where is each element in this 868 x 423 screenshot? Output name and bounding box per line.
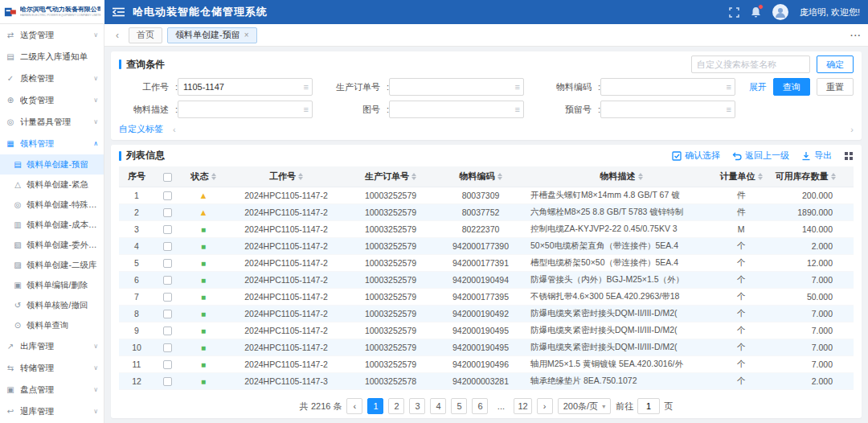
reserve-no-input[interactable] (600, 101, 735, 118)
back-upper-level-button[interactable]: 返回上一级 (732, 150, 789, 162)
sort-icon[interactable] (411, 173, 416, 180)
sort-icon[interactable] (497, 173, 502, 180)
sidebar-item-measuring-tools[interactable]: ◎计量器具管理∨ (0, 111, 104, 133)
select-all-checkbox[interactable] (163, 173, 172, 182)
custom-tag-link[interactable]: 自定义标签 (119, 123, 163, 135)
picker-icon[interactable]: ≡ (515, 105, 520, 114)
col-production-order[interactable]: 生产订单号 (346, 166, 436, 187)
chevron-down-icon: ∨ (93, 364, 98, 372)
sidebar-subitem[interactable]: ⊙领料单查询 (0, 315, 104, 335)
drawing-no-input[interactable] (389, 101, 524, 118)
row-checkbox[interactable] (163, 360, 172, 369)
table-row: 2▲2024HPC1105-1147-21000325257980037752六… (119, 203, 854, 220)
sidebar-subitem[interactable]: ▣领料单编辑/删除 (0, 275, 104, 295)
confirm-select-button[interactable]: 确认选择 (672, 150, 720, 162)
col-material-code[interactable]: 物料编码 (436, 166, 526, 187)
sidebar-item-stocktake[interactable]: ▣盘点管理∨ (0, 379, 104, 400)
sort-icon[interactable] (298, 173, 303, 180)
notification-bell-icon[interactable] (751, 6, 761, 18)
cell-work-no: 2024HPC1105-1147-2 (227, 288, 346, 305)
col-status[interactable]: 状态 (180, 166, 227, 187)
page-button-1[interactable]: 1 (367, 398, 383, 414)
col-work-no[interactable]: 工作号 (227, 166, 346, 187)
user-avatar[interactable] (772, 4, 788, 20)
sidebar-item-return[interactable]: ↩退库管理∨ (0, 400, 104, 422)
row-checkbox[interactable] (163, 208, 172, 217)
sidebar-item-label: 退库管理 (20, 406, 54, 417)
export-button[interactable]: 导出 (801, 150, 832, 162)
sidebar-subitem[interactable]: △领料单创建-紧急 (0, 175, 104, 195)
sidebar-subitem[interactable]: ▨领料单创建-二级库 (0, 255, 104, 275)
next-page-button[interactable]: › (537, 398, 553, 414)
col-seq[interactable]: 序号 (119, 166, 154, 187)
confirm-button[interactable]: 确定 (817, 55, 854, 73)
row-checkbox[interactable] (163, 293, 172, 302)
collapse-sidebar-icon[interactable] (113, 7, 125, 17)
page-size-select[interactable]: 200条/页 ▾ (558, 398, 611, 414)
picker-icon[interactable]: ≡ (727, 82, 731, 92)
picker-icon[interactable]: ≡ (727, 105, 731, 114)
row-checkbox[interactable] (163, 276, 172, 285)
sidebar-item-picking[interactable]: ▦领料管理∧ (0, 133, 104, 154)
table-scroll-area[interactable]: 序号 状态 工作号 生产订单号 物料编码 物料描述 计量单位 可用库存数量 需求… (119, 166, 854, 394)
row-checkbox[interactable] (163, 225, 172, 234)
reset-button[interactable]: 重置 (817, 78, 854, 96)
sidebar-item-receiving[interactable]: ⊕收货管理∨ (0, 89, 104, 111)
production-order-input[interactable] (389, 78, 524, 96)
goto-page-input[interactable] (637, 398, 660, 414)
search-button[interactable]: 查询 (773, 78, 810, 96)
sidebar-subitem[interactable]: ↺领料单核验/撤回 (0, 295, 104, 315)
sort-icon[interactable] (638, 173, 643, 180)
tag-prev-chevron-icon[interactable]: ‹ (173, 125, 176, 134)
picker-icon[interactable]: ≡ (304, 105, 309, 114)
sidebar-item-l2-inbound-notice[interactable]: ▤二级库入库通知单 (0, 46, 104, 68)
row-checkbox[interactable] (163, 259, 172, 268)
page-button-3[interactable]: 3 (409, 398, 425, 414)
sidebar-item-transfer[interactable]: ⇆转储管理∨ (0, 357, 104, 379)
expand-link[interactable]: 展开 (749, 81, 767, 93)
tab-home[interactable]: 首页 (129, 27, 162, 43)
page-button-12[interactable]: 12 (514, 398, 531, 414)
row-checkbox[interactable] (163, 343, 172, 352)
sidebar-subitem[interactable]: ▧领料单创建-委外组件 (0, 235, 104, 255)
sidebar-subitem[interactable]: ◎领料单创建-特殊项目 (0, 195, 104, 215)
sidebar-subitem[interactable]: ▥领料单创建-成本中心 (0, 215, 104, 235)
sidebar-item-delivery[interactable]: ⇄送货管理∨ (0, 24, 104, 46)
row-checkbox[interactable] (163, 191, 172, 200)
tab-back-chevron-icon[interactable]: ‹ (111, 29, 124, 42)
row-checkbox[interactable] (163, 242, 172, 251)
work-no-input[interactable] (178, 78, 313, 96)
fullscreen-icon[interactable] (729, 7, 739, 18)
material-code-input[interactable] (600, 78, 735, 96)
sort-icon[interactable] (831, 173, 836, 180)
tab-picking-create-reserve[interactable]: 领料单创建-预留 × (167, 27, 257, 43)
notice-icon: ▤ (6, 52, 15, 61)
prev-page-button[interactable]: ‹ (346, 398, 362, 414)
cell-unit: 个 (717, 237, 765, 254)
row-checkbox[interactable] (163, 377, 172, 386)
picker-icon[interactable]: ≡ (515, 82, 520, 92)
tag-next-chevron-icon[interactable]: › (850, 125, 854, 134)
sidebar-item-outbound[interactable]: ↗出库管理∨ (0, 335, 104, 357)
material-desc-input[interactable] (178, 101, 313, 118)
custom-search-tag-input[interactable] (691, 55, 810, 73)
col-material-desc[interactable]: 物料描述 (526, 166, 717, 187)
close-tab-icon[interactable]: × (244, 31, 249, 39)
sort-icon[interactable] (211, 173, 216, 180)
page-button-4[interactable]: 4 (430, 398, 446, 414)
row-checkbox[interactable] (163, 326, 172, 335)
page-button-5[interactable]: 5 (451, 398, 467, 414)
page-button-6[interactable]: 6 (472, 398, 488, 414)
sidebar-subitem[interactable]: ▤领料单创建-预留 (0, 154, 104, 175)
page-button-2[interactable]: 2 (388, 398, 404, 414)
picker-icon[interactable]: ≡ (304, 82, 309, 92)
sort-icon[interactable] (758, 173, 763, 180)
col-available-stock[interactable]: 可用库存数量 (765, 166, 845, 187)
sidebar-item-quality[interactable]: ✓质检管理∨ (0, 68, 104, 89)
row-checkbox[interactable] (163, 310, 172, 318)
col-unit[interactable]: 计量单位 (717, 166, 765, 187)
tab-more-icon[interactable]: ··· (850, 31, 862, 40)
col-select[interactable] (154, 166, 180, 187)
column-settings-button[interactable] (844, 151, 854, 161)
col-demand-qty[interactable]: 需求数量 (845, 166, 854, 187)
